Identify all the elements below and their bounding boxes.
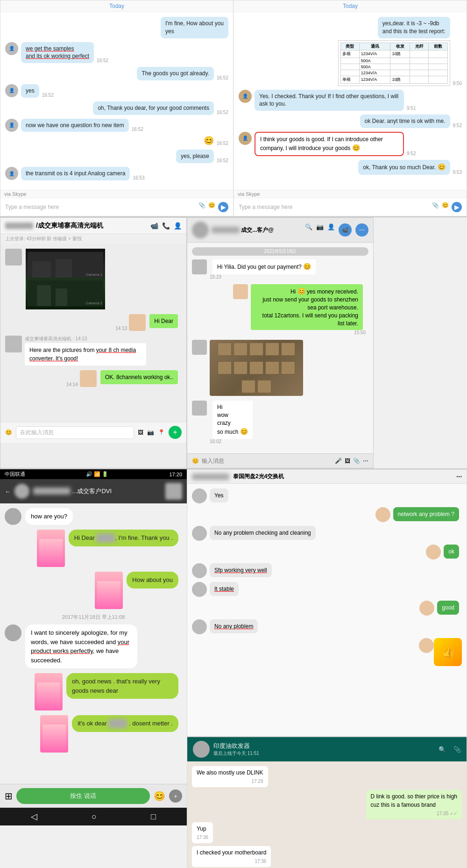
chat-input-area[interactable]: Type a message here 📎 😊 ▶ (0, 198, 233, 216)
msg-row: OK. 8channels working ok.. 14:14 (5, 370, 182, 387)
message-time: 16:52 (217, 141, 228, 146)
msg-container: Hi Yilia. Did you get our payment? 😊 15:… (210, 259, 318, 280)
keyboard-icon[interactable]: ⊞ (5, 790, 13, 802)
message-bubble: Hi Dear (149, 314, 178, 328)
sender-photo (35, 673, 63, 710)
msg-row: good (192, 601, 462, 616)
emoji-icon[interactable]: 😊 (208, 202, 215, 212)
message-bubble: network any problem ? (393, 507, 459, 521)
msg-row: No any ploblem (192, 619, 462, 634)
video-icon[interactable]: 📹 (150, 222, 158, 230)
search-btn[interactable]: 🔍 (439, 746, 446, 753)
voice-btn[interactable]: 按住 说话 (16, 788, 150, 804)
sender-avatar (5, 624, 21, 641)
emoji-icon-right[interactable]: 😊 (442, 202, 449, 212)
emoji-btn[interactable]: 😊 (5, 429, 12, 436)
message-time: 9:50 (453, 81, 462, 86)
add-btn-android[interactable]: + (169, 789, 182, 803)
wechat-body-left: Camera 1 Camera 2 Hi Dear (0, 244, 186, 422)
back-icon[interactable]: ← (5, 488, 11, 495)
msg-row: I'm fine, How about youyes (5, 17, 228, 38)
back-nav-icon[interactable]: ◁ (31, 811, 37, 822)
image-btn[interactable]: 🖼 (345, 458, 350, 464)
camera-btn[interactable]: 📷 (147, 429, 154, 436)
wechat-footer[interactable]: 😊 在此输入消息 🖼 📷 📍 + (0, 422, 186, 443)
location-btn[interactable]: 📍 (158, 429, 165, 436)
attach-icon-right[interactable]: 📎 (432, 202, 439, 212)
contacts-icon[interactable]: 👤 (174, 222, 182, 230)
left-chat-body: I'm fine, How about youyes 👤 we get the … (0, 12, 233, 190)
sender-photo (95, 572, 123, 609)
message-time: 16:52 (217, 158, 228, 163)
attach-icon[interactable]: 📎 (198, 202, 205, 212)
msg-row-image (192, 340, 368, 396)
send-button-right[interactable]: ▶ (452, 202, 462, 212)
message-time: 14:14 (66, 382, 78, 387)
whatsapp-section: 印度油吹发器 最后上线于今天 11:51 🔍 📎 We also mostly … (187, 736, 467, 868)
emoji-btn-android[interactable]: 😊 (154, 790, 165, 802)
wechat-left-header: /成交柬埔寨高清光端机 📹 📞 👤 (0, 218, 186, 234)
message-bubble: oh, good news . that's really very goods… (66, 673, 178, 699)
avatar: 👤 (5, 42, 18, 55)
message-bubble: we get the samples and its ok working pe… (21, 42, 94, 64)
avatar: 👤 (5, 119, 18, 132)
msg-row: 👤 yes 16:52 (5, 84, 228, 98)
qq-header-icons: 🔍 📷 👤 📹 ⋯ (305, 223, 368, 237)
msg-row: I checked your motherboard 17:36 (192, 846, 462, 867)
emoji-btn[interactable]: 😊 (192, 458, 199, 464)
left-chat-date: Today (0, 0, 233, 12)
blurred-avatar (192, 222, 209, 238)
wechat-input[interactable]: 在此输入消息 (16, 426, 134, 439)
right-skype-chat: Today yes,dear. it is -3 ~ -9dband this … (234, 0, 467, 216)
msg-row: yes,dear. it is -3 ~ -9dband this is the… (239, 17, 462, 86)
chat-input-area-right[interactable]: Type a message here 📎 😊 ▶ (234, 198, 467, 216)
wechat-left-panel: /成交柬埔寨高清光端机 📹 📞 👤 上次登录: 43分钟前 留 传输级 + 要找 (0, 217, 187, 468)
msg-row: We also mostly use DLINK 17:29 (192, 766, 462, 787)
sender-avatar (192, 488, 207, 503)
message-bubble: yes, please (176, 150, 214, 163)
message-bubble: D link is good. so thier price is highcu… (366, 790, 462, 819)
date-divider: 2021年5月18日 (192, 247, 368, 256)
attach-btn[interactable]: 📎 (453, 746, 461, 753)
msg-container-right: Hi 😊 yes money received.just now send yo… (248, 284, 366, 336)
search-icon[interactable]: 🔍 (305, 223, 312, 237)
call-icon[interactable]: 📞 (162, 222, 170, 230)
sender-avatar (419, 638, 434, 653)
send-button[interactable]: ▶ (218, 202, 228, 212)
thai-chat-title: 泰国闸盘2光4交换机 (233, 473, 284, 481)
video-call-btn[interactable]: 📹 (339, 223, 352, 237)
more-icon[interactable]: ⋯ (363, 458, 368, 464)
sender-avatar (5, 336, 22, 352)
boxes-image (210, 340, 303, 396)
android-chat-panel: 中国联通 🔊 📶 🔋 17:20 ← ...成交客户DVI how are yo… (0, 469, 187, 868)
chat-title-android: ...成交客户DVI (72, 488, 112, 495)
message-time: 17:36 (197, 858, 266, 865)
msg-row: I want to sincerely apologize, for my wo… (5, 624, 182, 668)
more-btn[interactable]: ⋯ (355, 223, 368, 237)
qq-input[interactable] (202, 458, 332, 464)
sticker-good: 👍 (434, 638, 462, 666)
msg-row: ok Dear. anyt time is ok with me. 9:52 (239, 115, 462, 128)
message-time: 16:52 (217, 75, 228, 80)
voice-btn[interactable]: 🎤 (335, 458, 342, 464)
carrier-label: 中国联通 (5, 471, 25, 478)
msg-row: 👤 the transmit os is 4 input Analog came… (5, 167, 228, 180)
message-bubble: good (437, 601, 459, 615)
home-nav-icon[interactable]: ○ (92, 812, 97, 822)
box (218, 343, 232, 356)
video-icon[interactable]: 📷 (316, 223, 324, 237)
person-icon[interactable]: 👤 (327, 223, 335, 237)
add-btn[interactable]: + (169, 426, 182, 439)
box (265, 343, 279, 356)
qq-footer[interactable]: 😊 🎤 🖼 📎 ⋯ (187, 453, 373, 468)
avatar: 👤 (239, 90, 252, 103)
message-time: 16:02 (210, 439, 255, 444)
android-footer[interactable]: ⊞ 按住 说话 😊 + (0, 784, 187, 808)
box (257, 380, 271, 393)
more-btn-thai[interactable]: ⋯ (456, 473, 462, 480)
msg-row-image: Camera 1 Camera 2 (5, 249, 182, 309)
image-btn[interactable]: 🖼 (138, 429, 143, 436)
recent-nav-icon[interactable]: □ (151, 812, 156, 822)
sender-avatar-right (80, 370, 97, 387)
file-btn[interactable]: 📎 (353, 458, 360, 464)
